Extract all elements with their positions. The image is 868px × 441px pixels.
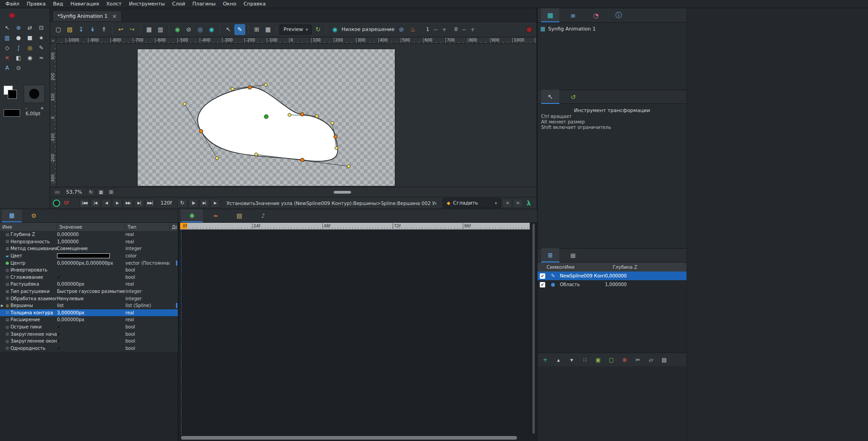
brush-preview[interactable]: [24, 85, 45, 103]
onion-decrease-button[interactable]: −: [462, 26, 466, 33]
tab-curves[interactable]: ≈: [205, 209, 227, 222]
toggle-jack-button[interactable]: ◉: [206, 24, 217, 35]
param-value[interactable]: Совмещение: [57, 246, 125, 251]
fit-canvas-button[interactable]: ↻: [87, 189, 95, 196]
brush-size-increase-button[interactable]: +: [40, 106, 44, 111]
param-value[interactable]: Быстрое гауссово размытие: [57, 289, 125, 294]
param-row-origin[interactable]: ●Центр0,000000px,0,000000pxvector (Посто…: [0, 259, 178, 267]
brush-size-decrease-button[interactable]: -: [26, 106, 27, 111]
cut-layer-button[interactable]: ✂: [632, 354, 644, 365]
render-options-button[interactable]: ▦: [144, 24, 155, 35]
resolution-globe-icon[interactable]: ◉: [329, 24, 340, 35]
tool-smooth-move[interactable]: ⊕: [13, 23, 24, 33]
low-res-toggle-button[interactable]: ▦: [97, 189, 105, 196]
layer-newspline009-outline[interactable]: ✔✎NewSpline009 Контур0,000000: [537, 272, 687, 280]
param-row-outline-width[interactable]: ⊟Толщина контура3,000000pxreal: [0, 309, 178, 317]
param-value[interactable]: list: [57, 303, 125, 308]
tab-canvas-browser[interactable]: ▦: [541, 8, 559, 22]
tool-lamp[interactable]: ◎: [24, 43, 36, 53]
tab-sound[interactable]: ♪: [252, 209, 274, 222]
param-value[interactable]: ✔: [57, 346, 125, 351]
menu-layer[interactable]: Слой: [168, 0, 189, 8]
current-time-field[interactable]: 0f: [64, 200, 75, 206]
menu-plugins[interactable]: Плагины: [189, 0, 219, 8]
gradient-swatch[interactable]: [4, 109, 20, 117]
toggle-render-toggle-button[interactable]: ▭: [53, 189, 62, 196]
param-row-depth-z[interactable]: ⊟Глубина Z0,000000real: [0, 231, 178, 238]
new-composition-button[interactable]: ▢: [53, 24, 64, 35]
param-value[interactable]: 0,000000px: [57, 282, 125, 287]
param-value[interactable]: 0,000000px: [57, 317, 125, 322]
param-row-rounded-end[interactable]: ◎Закругленное оконча✔bool: [0, 338, 178, 345]
raise-layer-button[interactable]: ▴: [553, 354, 564, 365]
toggle-grid-show-button[interactable]: ⊞: [251, 24, 262, 35]
param-value[interactable]: 0,000000: [57, 232, 125, 237]
layer-visibility-checkbox[interactable]: ✔: [540, 282, 545, 287]
group-layer-button[interactable]: ∷: [579, 354, 591, 365]
redo-button[interactable]: ↪: [127, 24, 138, 35]
tool-cutout[interactable]: ✕: [1, 53, 13, 63]
next-keyframe-button[interactable]: ▶|: [134, 199, 144, 208]
toggle-guides-button[interactable]: ◎: [195, 24, 206, 35]
tool-draw[interactable]: ✎: [36, 43, 47, 53]
tab-tool-options[interactable]: ↖: [541, 90, 559, 104]
origin-handle[interactable]: [264, 115, 269, 119]
zoom-level[interactable]: 53,7%: [66, 189, 82, 195]
toggle-clean-onion-button[interactable]: ◉: [172, 24, 183, 35]
copy-layer-button[interactable]: ▱: [645, 354, 657, 365]
expander-icon[interactable]: ▶: [0, 304, 4, 308]
tab-navigator[interactable]: ◔: [587, 8, 605, 22]
param-row-opacity[interactable]: ⊟Непрозрачность1,000000real: [0, 238, 178, 246]
background-render-button[interactable]: ♨: [408, 24, 418, 35]
lock-future-keyframe-button[interactable]: ⊳: [513, 199, 523, 208]
lock-past-keyframe-button[interactable]: ⊲: [502, 199, 512, 208]
tool-spline[interactable]: ∫: [13, 43, 24, 53]
play-button[interactable]: ▶: [112, 199, 122, 208]
canvas-browser-item[interactable]: ▦ Synfig Animation 1: [540, 26, 684, 32]
bounds-in-button[interactable]: |▶: [188, 199, 198, 208]
param-row-feather[interactable]: ⊟Растушёвка0,000000pxreal: [0, 281, 178, 288]
transform-mode-button[interactable]: ↖: [223, 24, 234, 35]
param-row-invert[interactable]: ◎Инвертироватьbool: [0, 267, 178, 274]
outline-color-swatch[interactable]: [8, 90, 17, 99]
menu-help[interactable]: Справка: [240, 0, 269, 8]
param-row-winding-style[interactable]: ⊞Обработка взаимоперНенулевыеinteger: [0, 295, 178, 302]
tool-eyedrop[interactable]: ◉: [24, 53, 36, 63]
tool-width[interactable]: ≈: [36, 53, 47, 63]
menu-tools[interactable]: Инструменты: [125, 0, 169, 8]
timetrack-horizontal-scrollbar[interactable]: [181, 436, 517, 440]
param-value[interactable]: 3,000000px: [57, 310, 125, 315]
onion-increase-button[interactable]: +: [470, 26, 475, 33]
ungroup-button[interactable]: ▢: [605, 354, 617, 365]
undo-button[interactable]: ↩: [115, 24, 126, 35]
tool-mirror[interactable]: ⇄: [24, 23, 36, 33]
seek-begin-button[interactable]: |◀◀: [79, 199, 89, 208]
preview-dropdown[interactable]: Preview▾: [279, 25, 312, 35]
menu-file[interactable]: Файл: [2, 0, 23, 8]
onion-skin-toggle-button[interactable]: ⊞: [107, 189, 115, 196]
tool-zoom[interactable]: ⊙: [13, 63, 24, 73]
delete-layer-button[interactable]: ⊗: [619, 354, 630, 365]
tool-scale[interactable]: ⊡: [36, 23, 47, 33]
param-row-vertices[interactable]: ▶≣Вершиныlistlist (Spline): [0, 302, 178, 309]
param-row-expand[interactable]: ⊟Расширение0,000000pxreal: [0, 316, 178, 323]
refresh-preview-button[interactable]: ↻: [312, 24, 323, 35]
param-row-color[interactable]: ▰Цветcolor: [0, 252, 178, 260]
tab-layers[interactable]: ≣: [541, 248, 559, 262]
quality-increase-button[interactable]: +: [442, 26, 447, 33]
param-value[interactable]: ✔: [57, 332, 125, 337]
layer-visibility-checkbox[interactable]: ✔: [540, 273, 545, 279]
tool-transform[interactable]: ↖: [1, 23, 13, 33]
param-value[interactable]: 1,000000: [57, 239, 125, 244]
menu-view[interactable]: Вид: [49, 0, 67, 8]
param-row-antialiasing[interactable]: ◎Сглаживание✔bool: [0, 274, 178, 281]
prev-keyframe-button[interactable]: |◀: [90, 199, 100, 208]
toggle-no-tooltips-button[interactable]: ⊘: [183, 24, 194, 35]
canvas-area[interactable]: [138, 49, 395, 186]
spline-shape[interactable]: [198, 87, 338, 161]
timetrack-body[interactable]: [180, 230, 530, 435]
param-value[interactable]: 0,000000px,0,000000px: [57, 261, 125, 266]
bounds-out-button[interactable]: ▶|: [199, 199, 209, 208]
save-all-button[interactable]: ⇑: [98, 24, 109, 35]
tool-polygon[interactable]: ◇: [1, 43, 13, 53]
